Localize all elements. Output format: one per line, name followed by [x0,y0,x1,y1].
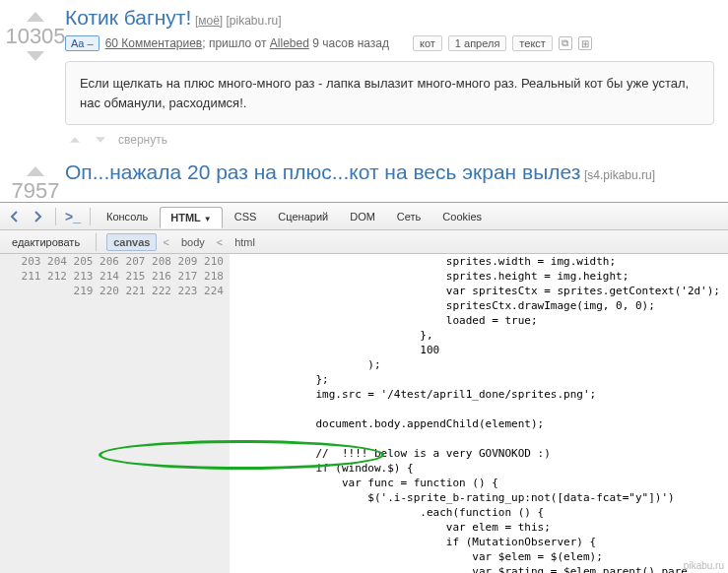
post-content: Котик багнут! [моё] [pikabu.ru] Aa – 60 … [65,6,718,131]
breadcrumb-canvas[interactable]: canvas [106,233,157,251]
upvote-icon[interactable] [25,164,46,178]
post-content: Оп...нажала 20 раз на плюс...кот на весь… [65,160,718,204]
separator [96,233,97,251]
tab-script[interactable]: Сценарий [268,207,338,226]
devtools-toolbar: >_ Консоль HTML▼ CSS Сценарий DOM Сеть C… [0,203,728,230]
svg-marker-3 [96,137,105,143]
post-title[interactable]: Котик багнут! [65,6,191,29]
line-gutter: 203 204 205 206 207 208 209 210 211 212 … [0,254,230,573]
collapse-label[interactable]: свернуть [118,133,167,147]
breadcrumb-html[interactable]: html [229,234,261,250]
breadcrumb-body[interactable]: body [175,234,211,250]
svg-marker-0 [27,12,44,22]
chevron-left-icon: < [163,236,168,248]
expand-icon[interactable]: ⊞ [578,36,592,50]
separator [55,208,56,225]
collapse-row: свернуть [0,133,728,147]
tab-cookies[interactable]: Cookies [432,207,492,226]
tab-console[interactable]: Консоль [97,207,158,226]
edit-button[interactable]: едактировать [6,234,86,250]
tab-dom[interactable]: DOM [340,207,385,226]
comments-link[interactable]: 60 Комментариев [105,36,203,50]
code-panel: 203 204 205 206 207 208 209 210 211 212 … [0,254,728,573]
post-domain: [s4.pikabu.ru] [584,168,655,182]
post-meta-row: Aa – 60 Комментариев; пришло от Allebed … [65,35,718,51]
copy-icon[interactable]: ⧉ [559,36,572,50]
post-body: Если щелкать на плюс много-много раз - л… [65,61,714,125]
post-time: 9 часов назад [312,36,389,50]
font-size-badge[interactable]: Aa – [65,35,99,51]
vote-column: 7957 [6,160,65,204]
svg-marker-1 [27,51,44,61]
devtools-breadcrumb: едактировать canvas < body < html [0,230,728,254]
svg-marker-2 [70,137,80,143]
devtools-panel: >_ Консоль HTML▼ CSS Сценарий DOM Сеть C… [0,202,728,573]
nav-back-icon[interactable] [4,207,26,226]
nav-forward-icon[interactable] [28,207,49,226]
author-link[interactable]: Allebed [270,36,309,50]
vote-score: 10305 [5,26,65,47]
separator [90,208,91,225]
post-2: 7957 Оп...нажала 20 раз на плюс...кот на… [0,147,728,204]
tab-html[interactable]: HTML▼ [160,207,222,228]
tag[interactable]: 1 апреля [448,35,507,51]
svg-marker-4 [27,166,44,176]
vote-score: 7957 [12,180,60,202]
upvote-icon[interactable] [25,10,46,24]
meta-text: 60 Комментариев; пришло от Allebed 9 час… [105,36,389,50]
collapse-down-icon[interactable] [95,137,105,144]
tab-css[interactable]: CSS [225,207,267,226]
post-domain: [pikabu.ru] [227,14,282,28]
code-lines[interactable]: sprites.width = img.width; sprites.heigh… [230,254,728,573]
post-title[interactable]: Оп...нажала 20 раз на плюс...кот на весь… [65,160,580,183]
watermark: pikabu.ru [684,560,724,571]
post-1: 10305 Котик багнут! [моё] [pikabu.ru] Aa… [0,0,728,131]
downvote-icon[interactable] [25,49,46,63]
mine-label[interactable]: моё [198,14,220,28]
tag[interactable]: кот [413,35,442,51]
post-title-meta: [моё] [pikabu.ru] [195,14,282,28]
vote-column: 10305 [6,6,65,131]
collapse-up-icon[interactable] [69,137,80,144]
tag[interactable]: текст [512,35,553,51]
chevron-left-icon: < [217,236,223,248]
chevron-down-icon: ▼ [204,215,212,223]
tab-net[interactable]: Сеть [387,207,430,226]
console-toggle-icon[interactable]: >_ [62,207,84,226]
